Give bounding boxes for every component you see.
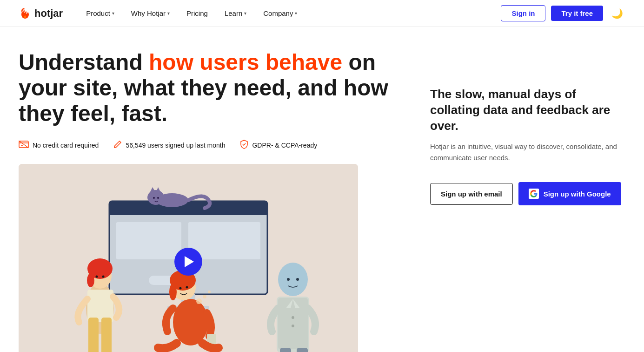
pencil-icon xyxy=(113,140,122,150)
right-description: Hotjar is an intuitive, visual way to di… xyxy=(430,141,625,163)
svg-point-32 xyxy=(186,286,188,288)
svg-point-38 xyxy=(278,263,308,296)
signin-button[interactable]: Sign in xyxy=(501,5,545,21)
hero-right: The slow, manual days of collating data … xyxy=(430,49,625,205)
chevron-icon: ▾ xyxy=(244,11,246,16)
google-icon xyxy=(530,190,538,197)
svg-rect-47 xyxy=(297,348,308,352)
nav-items: Product ▾ Why Hotjar ▾ Pricing Learn ▾ C… xyxy=(78,0,305,27)
logo[interactable]: hotjar xyxy=(19,7,63,20)
dark-mode-button[interactable]: 🌙 xyxy=(609,5,625,22)
svg-point-40 xyxy=(296,278,299,281)
svg-point-16 xyxy=(153,197,155,199)
chevron-icon: ▾ xyxy=(167,11,170,16)
right-heading: The slow, manual days of collating data … xyxy=(430,87,625,134)
svg-point-39 xyxy=(287,278,290,281)
signup-email-button[interactable]: Sign up with email xyxy=(430,183,513,205)
play-button[interactable] xyxy=(174,248,202,276)
chevron-icon: ▾ xyxy=(295,11,297,16)
hero-left: Understand how users behave on your site… xyxy=(19,49,412,352)
badge-users: 56,549 users signed up last month xyxy=(113,140,225,150)
svg-point-21 xyxy=(87,273,94,287)
svg-rect-24 xyxy=(87,290,113,322)
svg-line-3 xyxy=(19,141,29,148)
credit-card-icon xyxy=(19,141,29,150)
svg-rect-6 xyxy=(109,201,267,215)
nav-item-pricing[interactable]: Pricing xyxy=(178,0,216,27)
svg-point-45 xyxy=(292,325,294,327)
svg-point-27 xyxy=(173,299,208,345)
video-container xyxy=(19,164,358,352)
google-logo xyxy=(529,189,539,199)
svg-point-17 xyxy=(157,197,159,199)
nav-item-why[interactable]: Why Hotjar ▾ xyxy=(123,0,178,27)
svg-rect-7 xyxy=(116,222,181,259)
navbar: hotjar Product ▾ Why Hotjar ▾ Pricing Le… xyxy=(0,0,644,27)
nav-left: hotjar Product ▾ Why Hotjar ▾ Pricing Le… xyxy=(19,0,305,27)
svg-point-13 xyxy=(147,190,164,205)
svg-rect-26 xyxy=(101,318,112,352)
nav-item-company[interactable]: Company ▾ xyxy=(255,0,305,27)
svg-rect-41 xyxy=(278,298,308,349)
chevron-icon: ▾ xyxy=(112,11,114,16)
svg-rect-46 xyxy=(280,348,291,352)
svg-point-35 xyxy=(203,295,206,298)
svg-point-31 xyxy=(179,287,182,289)
signup-buttons: Sign up with email Sign up with Google xyxy=(430,182,625,205)
svg-point-23 xyxy=(102,275,105,278)
svg-rect-25 xyxy=(88,318,99,352)
svg-point-44 xyxy=(292,316,294,319)
play-icon xyxy=(185,256,194,267)
nav-item-product[interactable]: Product ▾ xyxy=(78,0,123,27)
svg-point-36 xyxy=(208,291,211,293)
nav-right: Sign in Try it free 🌙 xyxy=(501,5,625,22)
badge-no-credit-card: No credit card required xyxy=(19,141,99,150)
nav-item-learn[interactable]: Learn ▾ xyxy=(216,0,255,27)
shield-icon xyxy=(240,140,248,151)
svg-point-34 xyxy=(196,298,202,304)
video-illustration xyxy=(19,164,358,352)
hero-section: Understand how users behave on your site… xyxy=(0,27,644,352)
hero-title: Understand how users behave on your site… xyxy=(19,49,412,127)
hero-badges: No credit card required 56,549 users sig… xyxy=(19,140,412,151)
signup-google-button[interactable]: Sign up with Google xyxy=(518,182,621,205)
badge-gdpr: GDPR- & CCPA-ready xyxy=(240,140,317,151)
logo-icon xyxy=(19,7,32,20)
svg-point-30 xyxy=(169,284,177,300)
try-free-button[interactable]: Try it free xyxy=(551,6,603,21)
logo-text: hotjar xyxy=(34,7,63,20)
svg-point-22 xyxy=(96,275,98,278)
moon-icon: 🌙 xyxy=(611,8,623,19)
